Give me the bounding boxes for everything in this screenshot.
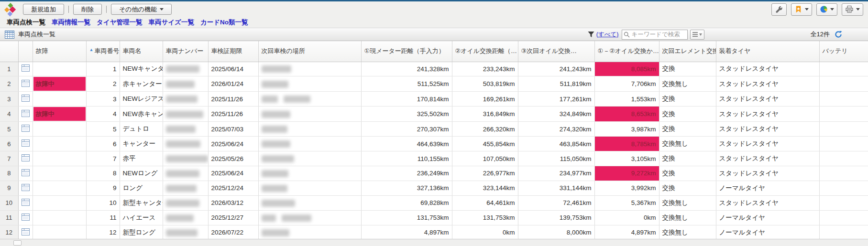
tab-vehicle-size-list[interactable]: 車両サイズ一覧	[148, 18, 194, 27]
censored-text-blur	[262, 111, 290, 118]
list-header-bar: 車両点検一覧 (すべて) 全12件	[0, 28, 868, 41]
open-detail-form-icon[interactable]	[22, 184, 30, 191]
favorites-bookmark-button[interactable]	[791, 3, 812, 16]
censored-text-blur	[166, 96, 198, 103]
open-detail-form-icon[interactable]	[22, 80, 30, 87]
censored-text-blur	[262, 200, 295, 207]
plate-censored-cell	[163, 137, 208, 151]
keyword-search-input[interactable]	[622, 30, 688, 40]
next-oil-cell: 115,050km	[518, 151, 594, 166]
print-button[interactable]	[842, 3, 863, 16]
tab-vehicle-inspection-list[interactable]: 車両点検一覧	[7, 18, 45, 27]
col-header-oil-change[interactable]: ②オイル交換距離（…	[452, 41, 518, 62]
table-row[interactable]: 2 故障中 2 赤キャンター 2026/01/24 511,525km 503,…	[0, 76, 868, 92]
col-header-battery[interactable]: バッテリ	[819, 41, 868, 62]
table-row[interactable]: 8 8 NEWロング 2025/06/24 236,249km 226,977k…	[0, 166, 868, 181]
vehicle-no-cell: 7	[86, 151, 120, 166]
oil-change-cell: 64,461km	[452, 195, 518, 210]
open-detail-form-icon[interactable]	[22, 95, 30, 102]
table-row[interactable]: 5 5 デュトロ 2025/07/03 270,307km 266,320km …	[0, 122, 868, 137]
battery-cell	[819, 92, 868, 107]
censored-text-blur	[166, 126, 196, 133]
list-options-button[interactable]	[690, 30, 704, 40]
table-row[interactable]: 11 11 ハイエース 2025/12/27 131,753km 131,753…	[0, 210, 868, 225]
plate-censored-cell	[163, 225, 208, 239]
censored-text-blur	[262, 185, 287, 192]
next-place-censored-cell	[258, 137, 361, 151]
fault-cell	[33, 62, 86, 76]
tab-vehicle-info-list[interactable]: 車両情報一覧	[52, 18, 90, 27]
expiry-cell: 2025/12/27	[208, 210, 258, 225]
wrench-icon	[775, 6, 783, 13]
censored-text-blur	[166, 229, 198, 236]
oil-change-cell: 503,819km	[452, 76, 518, 92]
tire-cell: ノーマルタイヤ	[716, 210, 819, 225]
col-header-oil-diff[interactable]: ①－②オイル交換か…	[594, 41, 659, 62]
col-header-tire[interactable]: 装着タイヤ	[716, 41, 819, 62]
expiry-cell: 2025/06/24	[208, 137, 258, 151]
delete-button[interactable]: 削除	[73, 4, 102, 15]
open-detail-form-icon[interactable]	[22, 110, 30, 117]
expiry-cell: 2025/06/24	[208, 166, 258, 181]
more-functions-button[interactable]: その他の機能	[111, 4, 172, 15]
censored-text-blur	[284, 96, 310, 103]
refresh-button[interactable]	[835, 31, 842, 38]
col-header-current-meter[interactable]: ①現メーター距離（手入力）	[361, 41, 452, 62]
table-row[interactable]: 9 9 ロング 2025/12/24 327,136km 323,144km 3…	[0, 181, 868, 195]
next-place-censored-cell	[258, 166, 361, 181]
col-header-expiry[interactable]: 車検証期限	[208, 41, 258, 62]
oil-change-cell: 455,854km	[452, 137, 518, 151]
filter-all-link[interactable]: (すべて)	[596, 31, 619, 39]
table-row[interactable]: 1 1 NEWキャンター 2025/06/14 241,328km 233,24…	[0, 62, 868, 76]
tab-tire-management-list[interactable]: タイヤ管理一覧	[97, 18, 142, 27]
table-row[interactable]: 7 7 赤平 2025/05/26 110,155km 107,050km 11…	[0, 151, 868, 166]
next-oil-cell: 241,243km	[518, 62, 594, 76]
col-header-vehicle-no[interactable]: ▲車両番号	[86, 41, 120, 62]
censored-text-blur	[166, 170, 199, 177]
open-detail-form-icon[interactable]	[22, 169, 30, 176]
open-detail-form-icon[interactable]	[22, 64, 30, 72]
col-header-next-oil[interactable]: ③次回オイル交換…	[518, 41, 594, 62]
settings-wrench-button[interactable]	[771, 3, 787, 16]
table-row[interactable]: 3 3 NEWレジアス 2025/11/26 170,814km 169,261…	[0, 92, 868, 107]
horizontal-scrollbar-thumb[interactable]	[13, 240, 22, 246]
open-detail-form-icon[interactable]	[22, 228, 30, 235]
col-header-fault[interactable]: 故障	[33, 41, 86, 62]
open-detail-form-icon[interactable]	[22, 125, 30, 132]
tire-cell: スタッドレスタイヤ	[716, 166, 819, 181]
oil-diff-cell: 8,653km	[594, 107, 659, 122]
current-meter-cell: 236,249km	[361, 166, 452, 181]
toolbar-right-group	[771, 3, 864, 16]
chevron-down-icon	[160, 8, 164, 11]
row-number: 5	[0, 122, 18, 137]
battery-cell	[819, 151, 868, 166]
open-detail-form-icon[interactable]	[22, 154, 30, 161]
col-header-element[interactable]: 次回エレメント交換	[659, 41, 716, 62]
filter-funnel-icon[interactable]	[588, 31, 594, 38]
open-detail-form-icon[interactable]	[22, 139, 30, 147]
row-number: 8	[0, 166, 18, 181]
table-row[interactable]: 12 12 新型ロング 2026/07/22 4,897km 0km 8,000…	[0, 225, 868, 239]
table-row[interactable]: 10 10 新型キャンター 2026/03/12 69,828km 64,461…	[0, 195, 868, 210]
chart-pie-button[interactable]	[816, 3, 837, 16]
chevron-down-icon	[830, 8, 834, 11]
expiry-cell: 2025/12/24	[208, 181, 258, 195]
element-exchange-cell: 交換	[659, 151, 716, 166]
current-meter-cell: 327,136km	[361, 181, 452, 195]
table-row[interactable]: 4 故障中 4 NEW赤キャンター 2025/11/26 325,502km 3…	[0, 107, 868, 122]
bookmark-star-icon	[794, 5, 802, 13]
horizontal-scrollbar[interactable]	[0, 239, 868, 246]
row-number: 6	[0, 137, 18, 151]
oil-diff-cell: 3,105km	[594, 151, 659, 166]
tab-card-no-list[interactable]: カードNo類一覧	[200, 18, 248, 27]
add-new-button[interactable]: 新規追加	[23, 4, 64, 15]
col-header-plate[interactable]: 車両ナンバー	[163, 41, 208, 62]
open-detail-form-icon[interactable]	[22, 199, 30, 206]
open-detail-form-icon[interactable]	[22, 214, 30, 221]
oil-diff-cell: 3,987km	[594, 122, 659, 137]
tire-cell: スタッドレスタイヤ	[716, 122, 819, 137]
current-meter-cell: 170,814km	[361, 92, 452, 107]
table-row[interactable]: 6 6 キャンター 2025/06/24 464,639km 455,854km…	[0, 137, 868, 151]
col-header-next-place[interactable]: 次回車検の場所	[258, 41, 361, 62]
col-header-vehicle-name[interactable]: 車両名	[120, 41, 163, 62]
